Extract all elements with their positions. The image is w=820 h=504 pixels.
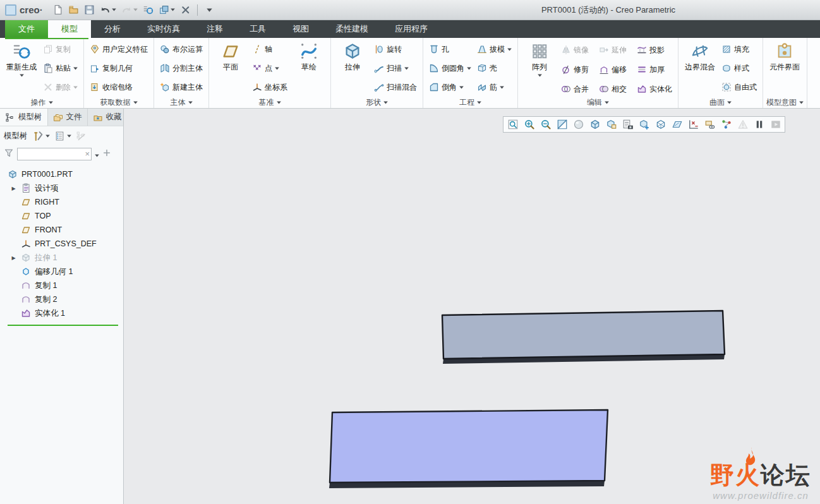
ribbon-button-round[interactable]: 倒圆角	[428, 60, 473, 76]
ribbon-button-swept-blend[interactable]: 扫描混合	[373, 79, 418, 95]
regenerate-quick-button[interactable]	[141, 3, 155, 18]
saved-orientations-button[interactable]	[603, 117, 619, 131]
ribbon-button-extrude[interactable]: 拉伸	[335, 40, 370, 74]
navigator-tab-model-tree[interactable]: 模型树	[0, 109, 48, 126]
add-filter-icon[interactable]	[102, 148, 111, 160]
ribbon-button-thicken[interactable]: 加厚	[636, 61, 673, 78]
clear-search-icon[interactable]: ×	[85, 149, 90, 159]
customize-toolbar-button[interactable]	[202, 3, 217, 18]
ribbon-button-shrinkwrap[interactable]: 收缩包络	[88, 79, 149, 95]
insertion-indicator[interactable]	[8, 325, 118, 326]
expand-arrow-icon[interactable]: ▶	[10, 186, 17, 191]
ribbon-button-draft[interactable]: 拔模	[476, 41, 513, 57]
zoom-out-button[interactable]	[538, 117, 553, 131]
ribbon-group-label-shapes[interactable]: 形状	[334, 97, 419, 108]
tree-item-plane-front[interactable]: FRONT	[0, 223, 123, 237]
ribbon-button-offset[interactable]: 偏移	[598, 61, 628, 78]
tab-tools[interactable]: 工具	[236, 20, 279, 38]
tree-settings-button[interactable]	[53, 130, 73, 142]
ribbon-button-new-body[interactable]: 新建主体	[159, 79, 204, 95]
tab-model[interactable]: 模型	[48, 20, 91, 38]
ribbon-button-rib[interactable]: 筋	[476, 79, 513, 95]
tab-live-simulation[interactable]: 实时仿真	[134, 20, 193, 38]
display-style-button[interactable]	[587, 117, 603, 131]
tree-item-csys-default[interactable]: PRT_CSYS_DEF	[0, 237, 123, 251]
ribbon-group-label-model-intent[interactable]: 模型意图	[766, 97, 804, 108]
ribbon-group-label-get-data[interactable]: 获取数据	[87, 97, 150, 108]
tab-applications[interactable]: 应用程序	[382, 20, 441, 38]
save-button[interactable]	[82, 3, 97, 18]
ribbon-button-boolean-operations[interactable]: 布尔运算	[159, 41, 204, 57]
tree-item-copy-2[interactable]: 复制 2	[0, 292, 123, 306]
ribbon-button-hole[interactable]: 孔	[428, 41, 473, 57]
ribbon-group-label-datum[interactable]: 基准	[212, 97, 327, 108]
ribbon-button-regenerate[interactable]: 重新生成	[4, 40, 39, 78]
datum-display-filters-button[interactable]	[669, 117, 685, 131]
zoom-in-button[interactable]	[521, 117, 537, 131]
new-file-button[interactable]	[51, 3, 65, 18]
ribbon-button-component-interface[interactable]: 元件界面	[768, 40, 802, 74]
ribbon-button-solidify[interactable]: 实体化	[636, 81, 673, 97]
ribbon-button-sketch[interactable]: 草绘	[292, 40, 326, 74]
ribbon-button-split-body[interactable]: 分割主体	[159, 60, 204, 76]
ribbon-button-freestyle[interactable]: 自由式	[720, 79, 758, 95]
ribbon-button-intersect[interactable]: 相交	[598, 81, 628, 97]
tree-tools-button[interactable]	[32, 130, 51, 142]
ribbon-button-point[interactable]: 点	[251, 60, 289, 76]
3d-dragger-button[interactable]	[718, 117, 734, 131]
tree-item-design-items[interactable]: ▶设计项	[0, 181, 123, 195]
view-manager-button[interactable]	[620, 117, 636, 131]
search-options-caret-icon[interactable]	[95, 148, 99, 160]
ribbon-button-sweep[interactable]: 扫描	[373, 60, 418, 76]
tree-item-plane-right[interactable]: RIGHT	[0, 195, 123, 209]
ribbon-button-coordinate-system[interactable]: 坐标系	[251, 79, 289, 95]
ribbon-button-paste[interactable]: 粘贴	[42, 60, 79, 76]
ribbon-button-boundary-blend[interactable]: 边界混合	[683, 40, 717, 74]
annotation-display-button[interactable]	[685, 117, 701, 131]
open-button[interactable]	[66, 3, 81, 18]
ribbon-button-project[interactable]: 投影	[636, 42, 673, 58]
ribbon-button-plane[interactable]: 平面	[214, 40, 248, 74]
ribbon-group-label-surfaces[interactable]: 曲面	[682, 97, 759, 108]
ribbon-group-label-editing[interactable]: 编辑	[521, 97, 675, 108]
tree-item-copy-1[interactable]: 复制 1	[0, 279, 123, 292]
spin-center-button[interactable]	[702, 117, 718, 131]
shading-mode-button[interactable]	[570, 117, 586, 131]
ribbon-button-fill[interactable]: 填充	[720, 41, 758, 57]
ribbon-group-label-operations[interactable]: 操作	[3, 97, 80, 108]
ribbon-group-label-engineering[interactable]: 工程	[426, 97, 514, 108]
ribbon-button-style[interactable]: 样式	[720, 60, 758, 76]
lower-slab[interactable]	[330, 410, 608, 483]
tab-analysis[interactable]: 分析	[91, 20, 134, 38]
ribbon-button-copy-geometry[interactable]: 复制几何	[88, 60, 149, 76]
tab-view[interactable]: 视图	[279, 20, 322, 38]
ribbon-button-chamfer[interactable]: 倒角	[428, 79, 473, 95]
filter-funnel-icon[interactable]	[4, 148, 14, 160]
pause-button[interactable]	[751, 117, 767, 131]
ribbon-button-trim[interactable]: 修剪	[560, 61, 590, 78]
tree-item-solidify-1[interactable]: 实体化 1	[0, 306, 123, 320]
tree-item-offset-geometry-1[interactable]: 偏移几何 1	[0, 265, 123, 279]
ribbon-button-axis[interactable]: 轴	[251, 41, 289, 57]
tree-item-part-root[interactable]: PRT0001.PRT	[0, 167, 123, 181]
ribbon-button-shell[interactable]: 壳	[476, 60, 513, 76]
tab-annotate[interactable]: 注释	[193, 20, 236, 38]
navigator-tab-favorites[interactable]: 收藏	[88, 109, 124, 126]
section-view-button[interactable]	[636, 117, 652, 131]
window-switch-button[interactable]	[157, 3, 177, 18]
ribbon-button-user-defined-feature[interactable]: 用户定义特征	[88, 41, 149, 57]
graphics-area[interactable]: 野火 论坛 www.proewildfire.cn	[124, 109, 820, 504]
zoom-refit-button[interactable]	[505, 117, 521, 131]
ribbon-button-revolve[interactable]: 旋转	[373, 41, 418, 57]
ribbon-button-merge[interactable]: 合并	[560, 81, 590, 97]
tree-search-input[interactable]	[17, 148, 92, 160]
ribbon-button-pattern[interactable]: 阵列	[522, 40, 557, 78]
undo-button[interactable]	[98, 3, 118, 18]
perspective-view-button[interactable]	[653, 117, 668, 131]
close-window-button[interactable]	[178, 3, 193, 18]
tree-item-plane-top[interactable]: TOP	[0, 209, 123, 223]
repaint-button[interactable]	[554, 117, 570, 131]
navigator-tab-folder-browser[interactable]: 文件	[48, 109, 88, 126]
tab-file[interactable]: 文件	[5, 20, 48, 38]
tree-item-extrude-1[interactable]: ▶拉伸 1	[0, 251, 123, 265]
